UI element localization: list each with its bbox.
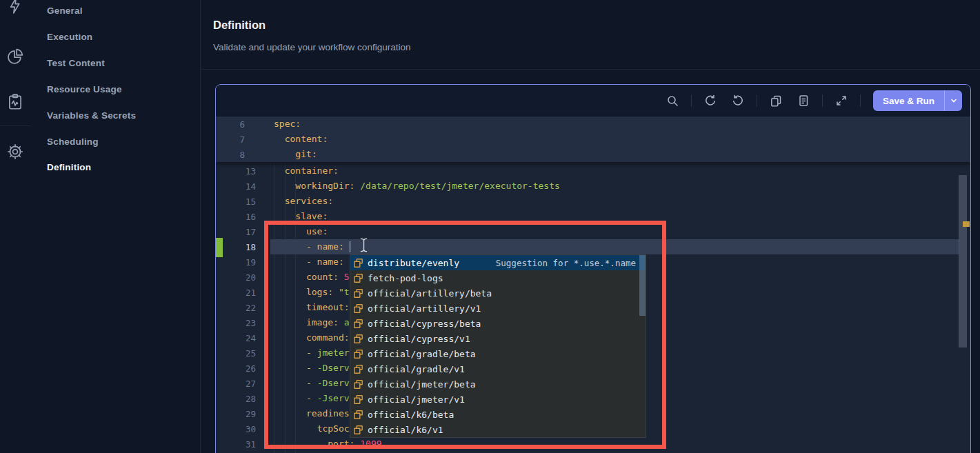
snippet-icon [353,425,363,435]
sidebar-item-execution[interactable]: Execution [47,32,92,42]
editor-scrollbar[interactable] [959,175,967,348]
suggest-scrollbar[interactable] [639,255,646,316]
suggest-item[interactable]: fetch-pod-logs [350,270,646,285]
line-number: 30 [216,424,256,434]
code-line-7[interactable]: 7 content: [216,132,970,147]
suggest-item[interactable]: official/artillery/v1 [350,301,646,316]
code-line-8[interactable]: 8 git: [216,147,970,162]
line-content: content: [274,132,328,147]
sidebar-item-scheduling[interactable]: Scheduling [47,137,99,147]
line-content: - -Dserv [274,376,350,391]
sidebar-item-general[interactable]: General [47,6,83,16]
toolbar-separator [860,94,861,107]
code-line-6[interactable]: 6spec: [216,117,970,132]
redo-icon[interactable] [729,92,747,110]
sidebar-item-test-content[interactable]: Test Content [47,58,105,68]
suggest-item[interactable]: official/jmeter/v1 [350,392,646,407]
code-line-17[interactable]: 17 use: [216,224,970,239]
code-line-13[interactable]: 13 container: [216,163,970,179]
sidebar-item-definition[interactable]: Definition [47,162,91,172]
text-caret [350,241,351,252]
header-divider [200,69,980,70]
snippet-icon [353,349,363,359]
suggest-item[interactable]: distribute/evenlySuggestion for *.use.*.… [350,255,646,270]
line-number: 24 [216,333,256,343]
expand-icon[interactable] [832,92,850,110]
save-and-run-button[interactable]: Save & Run [873,90,944,111]
page-title: Definition [213,19,266,32]
line-content: count: 5 [274,270,350,285]
line-number: 8 [216,150,245,160]
code-line-31[interactable]: 31 port: 1099 [216,436,970,452]
undo-icon[interactable] [701,92,719,110]
suggest-item[interactable]: official/cypress/v1 [350,331,646,346]
icon-rail [0,0,30,453]
yaml-code-editor[interactable]: 13 container:14 workingDir: /data/repo/t… [216,117,970,453]
page-subtitle: Validate and update your workflow config… [213,42,410,52]
suggest-label: official/artillery/v1 [368,303,481,314]
suggest-item[interactable]: official/artillery/beta [350,285,646,301]
line-content: workingDir: /data/repo/test/jmeter/execu… [274,179,560,194]
suggest-item[interactable]: official/k6/v1 [350,422,646,437]
sidebar-divider [200,0,201,453]
line-content: - jmeter [274,345,350,361]
suggest-item[interactable]: official/gradle/beta [350,346,646,361]
line-content: services: [274,194,333,209]
suggest-label: official/gradle/v1 [368,364,465,374]
line-content: - -Jserv [274,391,350,406]
suggest-item[interactable]: official/gradle/v1 [350,361,646,376]
suggest-label: official/cypress/v1 [368,334,470,344]
line-content: spec: [274,117,301,132]
code-line-14[interactable]: 14 workingDir: /data/repo/test/jmeter/ex… [216,179,970,194]
line-number: 23 [216,318,256,328]
activity-report-icon[interactable] [6,93,24,111]
line-number: 28 [216,394,256,404]
line-content: slave: [274,209,328,224]
suggest-hint: Suggestion for *.use.*.name [496,258,646,268]
line-number: 25 [216,348,256,359]
line-content: logs: "t [274,285,350,300]
save-options-chevron-down-icon[interactable] [944,90,962,111]
sidebar-item-variables-secrets[interactable]: Variables & Secrets [47,110,136,121]
code-line-16[interactable]: 16 slave: [216,209,970,224]
line-number: 20 [216,272,256,283]
toolbar-separator [822,94,823,107]
suggest-item[interactable]: official/jmeter/beta [350,376,646,392]
pie-chart-icon[interactable] [6,48,24,66]
definition-editor-panel: Save & Run 13 container:14 workingDir: /… [215,84,971,453]
code-line-18[interactable]: 18 - name: [216,239,970,254]
line-number: 21 [216,288,256,298]
snippet-icon [353,334,363,344]
sidebar-item-resource-usage[interactable]: Resource Usage [47,84,122,94]
copy-icon[interactable] [767,92,785,110]
suggest-label: official/jmeter/beta [368,379,476,390]
toolbar-separator [757,94,757,107]
line-number: 16 [216,212,256,222]
settings-gear-icon[interactable] [6,143,24,161]
line-content: use: [274,224,328,239]
line-number: 13 [216,166,256,177]
code-line-15[interactable]: 15 services: [216,194,970,209]
snippet-icon [353,273,363,283]
suggest-label: official/gradle/beta [368,349,476,359]
line-content: port: 1099 [274,436,382,452]
overview-ruler-marker [963,221,970,227]
file-text-icon[interactable] [794,92,812,110]
snippet-icon [353,379,363,390]
line-number: 6 [216,119,245,130]
line-number: 15 [216,197,256,207]
sticky-scroll-lines: 6spec:7 content:8 git: [216,117,970,162]
suggest-item[interactable]: official/k6/beta [350,407,646,422]
zap-icon[interactable] [6,0,24,14]
snippet-icon [353,288,363,299]
search-icon[interactable] [663,92,681,110]
line-content: container: [274,163,339,179]
line-number: 27 [216,379,256,389]
snippet-icon [353,258,363,268]
line-content: - name: [274,254,350,270]
toolbar-separator [691,94,692,107]
suggest-label: distribute/evenly [368,258,459,268]
suggest-item[interactable]: official/cypress/beta [350,316,646,331]
line-content: git: [274,147,317,162]
suggest-label: official/cypress/beta [368,319,481,329]
